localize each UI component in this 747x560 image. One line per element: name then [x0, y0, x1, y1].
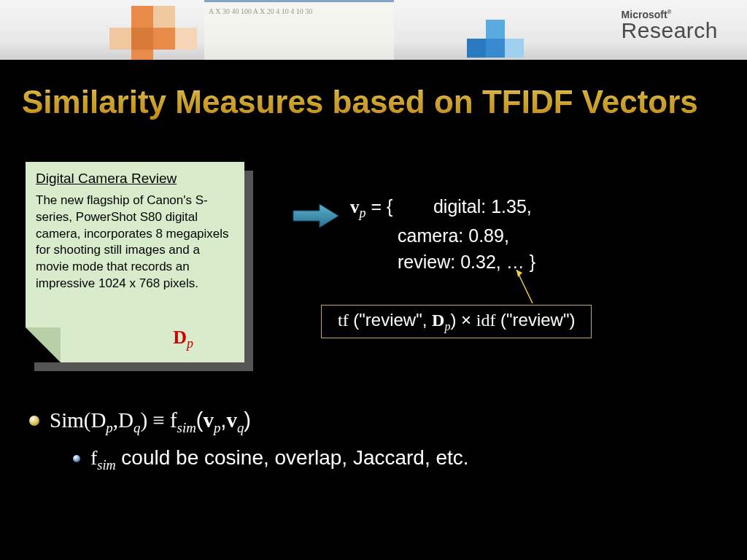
sticky-body: The new flagship of Canon's S-series, Po…	[36, 192, 234, 293]
bullet-list: Sim(Dp,Dq) ≡ fsim(vp,vq) fsim could be c…	[29, 408, 469, 472]
vector-representation: vp = { digital: 1.35, camera: 0.89, revi…	[350, 193, 535, 276]
arrow-up-icon	[511, 264, 547, 311]
page-fold-icon	[26, 327, 61, 362]
tfidf-formula: tf ("review", Dp) × idf ("review")	[321, 305, 592, 338]
whiteboard-decor: A X 30 40 100 A X 20 4 10 4 10 30	[204, 0, 394, 62]
bullet-item-2: fsim could be cosine, overlap, Jaccard, …	[73, 446, 469, 473]
arrow-right-icon	[292, 203, 341, 232]
sticky-heading: Digital Camera Review	[36, 169, 234, 188]
svg-marker-0	[293, 204, 338, 228]
sticky-note-document: Digital Camera Review The new flagship o…	[26, 162, 244, 362]
slide-title: Similarity Measures based on TFIDF Vecto…	[0, 62, 747, 135]
bullet-icon	[29, 416, 39, 426]
document-symbol: Dp	[173, 324, 193, 352]
microsoft-research-logo: Microsoft® Research	[622, 9, 718, 40]
bullet-item-1: Sim(Dp,Dq) ≡ fsim(vp,vq)	[29, 408, 469, 436]
bullet-icon	[73, 455, 80, 462]
header-banner: A X 30 40 100 A X 20 4 10 4 10 30 Micros…	[0, 0, 747, 62]
